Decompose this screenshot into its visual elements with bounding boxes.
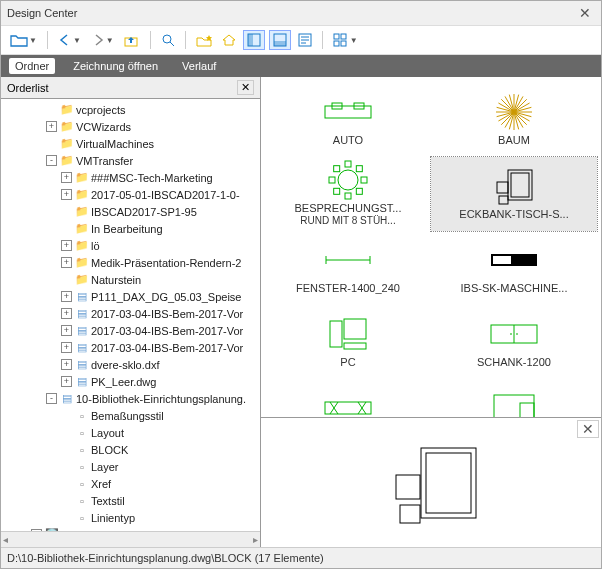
page-icon: ▤ bbox=[75, 324, 89, 337]
titlebar: Design Center ✕ bbox=[1, 1, 601, 25]
tab-ordner[interactable]: Ordner bbox=[9, 58, 55, 74]
folder-icon: 📁 bbox=[60, 137, 74, 150]
block-item[interactable]: PC bbox=[265, 305, 431, 379]
tree-item[interactable]: +▤2017-03-04-IBS-Bem-2017-Vor bbox=[1, 339, 260, 356]
block-item[interactable]: IBS-SK-MASCHINE... bbox=[431, 231, 597, 305]
back-button[interactable]: ▼ bbox=[55, 31, 84, 49]
svg-rect-42 bbox=[334, 189, 340, 195]
right-panel: AUTOBAUMBESPRECHUNGST...RUND MIT 8 STÜH.… bbox=[261, 77, 601, 547]
tab-zeichnung[interactable]: Zeichnung öffnen bbox=[67, 58, 164, 74]
expand-icon[interactable]: + bbox=[61, 359, 72, 370]
tree-item[interactable]: ▫Textstil bbox=[1, 492, 260, 509]
collapse-icon[interactable]: - bbox=[46, 393, 57, 404]
folder-icon: 📁 bbox=[75, 222, 89, 235]
expand-icon[interactable]: + bbox=[61, 342, 72, 353]
tree-item[interactable]: +▤P111_DAX_DG_05.03_Speise bbox=[1, 288, 260, 305]
tree-label: BLOCK bbox=[91, 444, 128, 456]
view-button[interactable]: ▼ bbox=[330, 31, 361, 49]
folder-tree[interactable]: 📁vcprojects+📁VCWizards📁VirtualMachines-📁… bbox=[1, 99, 260, 531]
up-button[interactable] bbox=[121, 31, 143, 49]
tree-scrollbar[interactable]: ◂▸ bbox=[1, 531, 260, 547]
page-icon: ▤ bbox=[60, 392, 74, 405]
tree-item[interactable]: ▫BLOCK bbox=[1, 441, 260, 458]
tree-label: dvere-sklo.dxf bbox=[91, 359, 159, 371]
svg-rect-8 bbox=[341, 34, 346, 39]
tree-item[interactable]: 📁VirtualMachines bbox=[1, 135, 260, 152]
tree-item[interactable]: +📁lö bbox=[1, 237, 260, 254]
tree-item[interactable]: +▤2017-03-04-IBS-Bem-2017-Vor bbox=[1, 322, 260, 339]
block-item[interactable]: SCHREIBTISCH bbox=[431, 379, 597, 417]
tree-item[interactable]: +📁VCWizards bbox=[1, 118, 260, 135]
tree-label: P111_DAX_DG_05.03_Speise bbox=[91, 291, 241, 303]
left-panel: Orderlist ✕ 📁vcprojects+📁VCWizards📁Virtu… bbox=[1, 77, 261, 547]
window-title: Design Center bbox=[7, 7, 77, 19]
tree-item[interactable]: +▤dvere-sklo.dxf bbox=[1, 356, 260, 373]
block-item[interactable]: SCHRANK-1800_400 bbox=[265, 379, 431, 417]
expand-icon[interactable]: + bbox=[61, 376, 72, 387]
tree-item[interactable]: ▫Xref bbox=[1, 475, 260, 492]
home-button[interactable] bbox=[219, 31, 239, 49]
block-subname: RUND MIT 8 STÜH... bbox=[300, 215, 395, 226]
block-item[interactable]: FENSTER-1400_240 bbox=[265, 231, 431, 305]
expand-icon[interactable]: + bbox=[61, 240, 72, 251]
tree-item[interactable]: ▫Linientyp bbox=[1, 509, 260, 526]
collapse-icon[interactable]: - bbox=[46, 155, 57, 166]
block-name: BAUM bbox=[498, 134, 530, 146]
expand-icon[interactable]: + bbox=[61, 257, 72, 268]
tree-item[interactable]: +▤PK_Leer.dwg bbox=[1, 373, 260, 390]
tree-item[interactable]: 📁IBSCAD2017-SP1-95 bbox=[1, 203, 260, 220]
tree-item[interactable]: +📁Medik-Präsentation-Rendern-2 bbox=[1, 254, 260, 271]
tree-item[interactable]: ▫Layout bbox=[1, 424, 260, 441]
open-button[interactable]: ▼ bbox=[7, 31, 40, 49]
tree-label: 10-Bibliothek-Einrichtungsplanung. bbox=[76, 393, 246, 405]
tree-label: ###MSC-Tech-Marketing bbox=[91, 172, 213, 184]
tree-item[interactable]: +📁###MSC-Tech-Marketing bbox=[1, 169, 260, 186]
expand-icon[interactable]: + bbox=[46, 121, 57, 132]
tree-item[interactable]: ▫Layer bbox=[1, 458, 260, 475]
svg-rect-55 bbox=[493, 256, 511, 264]
tab-verlauf[interactable]: Verlauf bbox=[176, 58, 222, 74]
tree-item[interactable]: +▤2017-03-04-IBS-Bem-2017-Vor bbox=[1, 305, 260, 322]
block-item[interactable]: AUTO bbox=[265, 83, 431, 157]
svg-rect-41 bbox=[345, 193, 351, 199]
tree-label: VMTransfer bbox=[76, 155, 133, 167]
tree-item[interactable]: -▤10-Bibliothek-Einrichtungsplanung. bbox=[1, 390, 260, 407]
tree-item[interactable]: ▫Bemaßungsstil bbox=[1, 407, 260, 424]
tree-item[interactable]: +📁2017-05-01-IBSCAD2017-1-0- bbox=[1, 186, 260, 203]
expand-icon[interactable]: + bbox=[61, 308, 72, 319]
block-item[interactable]: BESPRECHUNGST...RUND MIT 8 STÜH... bbox=[265, 157, 431, 231]
orderlist-close-icon[interactable]: ✕ bbox=[237, 80, 254, 95]
preview-pane: ✕ bbox=[261, 417, 601, 547]
block-name: IBS-SK-MASCHINE... bbox=[461, 282, 568, 294]
expand-icon[interactable]: + bbox=[61, 172, 72, 183]
tree-toggle-button[interactable] bbox=[243, 30, 265, 50]
tree-item[interactable]: 📁In Bearbeitung bbox=[1, 220, 260, 237]
close-icon[interactable]: ✕ bbox=[575, 5, 595, 21]
tree-label: Xref bbox=[91, 478, 111, 490]
block-grid[interactable]: AUTOBAUMBESPRECHUNGST...RUND MIT 8 STÜH.… bbox=[261, 77, 601, 417]
preview-close-icon[interactable]: ✕ bbox=[577, 420, 599, 438]
content-area: Orderlist ✕ 📁vcprojects+📁VCWizards📁Virtu… bbox=[1, 77, 601, 547]
preview-toggle-button[interactable] bbox=[269, 30, 291, 50]
block-thumb bbox=[323, 316, 373, 352]
tree-spacer bbox=[61, 478, 72, 489]
sub-icon: ▫ bbox=[75, 512, 89, 524]
block-thumb bbox=[489, 242, 539, 278]
tree-label: In Bearbeitung bbox=[91, 223, 163, 235]
svg-rect-47 bbox=[508, 170, 532, 200]
expand-icon[interactable]: + bbox=[61, 291, 72, 302]
block-item[interactable]: ECKBANK-TISCH-S... bbox=[431, 157, 597, 231]
block-item[interactable]: BAUM bbox=[431, 83, 597, 157]
favorites-button[interactable] bbox=[193, 31, 215, 49]
tree-item[interactable]: 📁vcprojects bbox=[1, 101, 260, 118]
block-item[interactable]: SCHANK-1200 bbox=[431, 305, 597, 379]
expand-icon[interactable]: + bbox=[61, 325, 72, 336]
forward-button[interactable]: ▼ bbox=[88, 31, 117, 49]
tree-item[interactable]: 📁Naturstein bbox=[1, 271, 260, 288]
folder-icon: 📁 bbox=[60, 120, 74, 133]
search-button[interactable] bbox=[158, 31, 178, 49]
block-thumb bbox=[489, 168, 539, 204]
expand-icon[interactable]: + bbox=[61, 189, 72, 200]
description-toggle-button[interactable] bbox=[295, 31, 315, 49]
tree-item[interactable]: -📁VMTransfer bbox=[1, 152, 260, 169]
